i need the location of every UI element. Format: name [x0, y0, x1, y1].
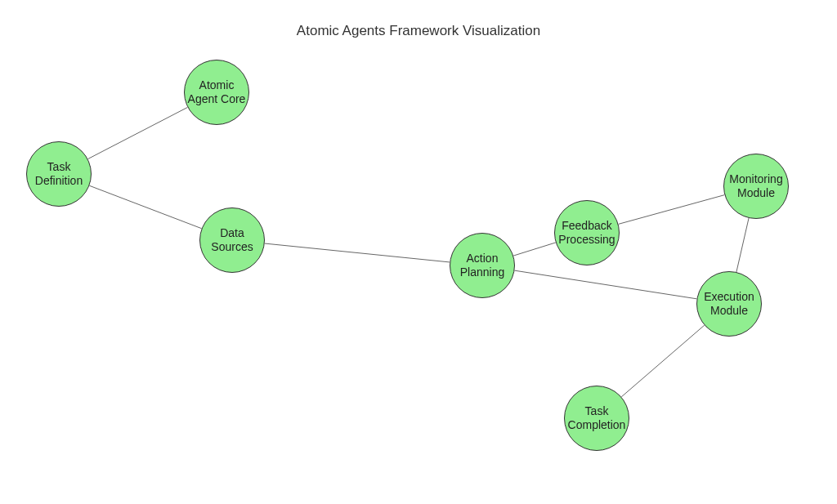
edge-atomic-agent-core-to-task-definition — [88, 107, 188, 158]
edge-execution-module-to-task-completion — [621, 325, 704, 397]
edge-data-sources-to-action-planning — [265, 243, 450, 262]
edge-action-planning-to-feedback-processing — [513, 243, 556, 256]
edge-feedback-processing-to-monitoring-module — [619, 195, 725, 225]
node-feedback-processing: Feedback Processing — [554, 200, 620, 265]
node-task-completion: Task Completion — [564, 386, 629, 451]
node-atomic-agent-core: Atomic Agent Core — [184, 60, 249, 125]
edges-layer — [0, 0, 837, 504]
node-execution-module: Execution Module — [696, 271, 762, 337]
node-task-definition: Task Definition — [26, 141, 92, 207]
node-data-sources: Data Sources — [199, 207, 265, 273]
edge-monitoring-module-to-execution-module — [736, 218, 749, 272]
edge-task-definition-to-data-sources — [89, 185, 201, 228]
edge-action-planning-to-execution-module — [515, 270, 697, 299]
network-diagram: Atomic Agent CoreTask DefinitionData Sou… — [0, 0, 837, 504]
node-monitoring-module: Monitoring Module — [723, 154, 789, 219]
node-action-planning: Action Planning — [450, 233, 515, 298]
